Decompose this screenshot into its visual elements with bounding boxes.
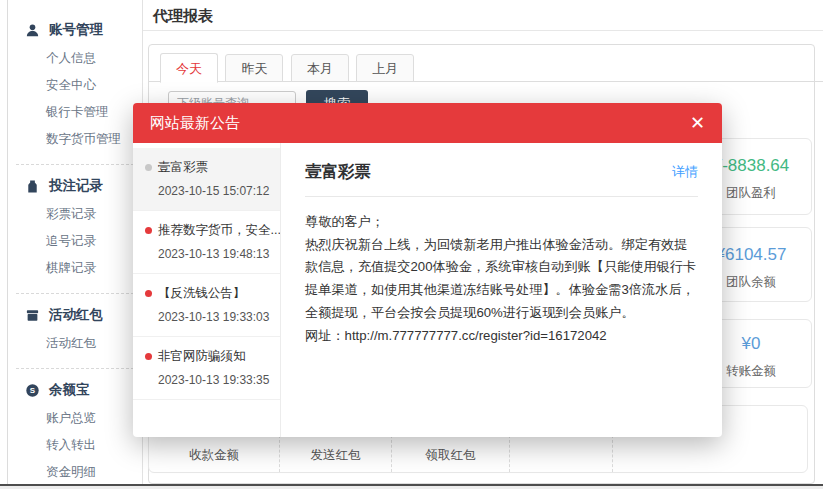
announcement-item-time: 2023-10-13 19:33:35 — [158, 373, 272, 387]
announcement-detail-title: 壹富彩票 — [305, 161, 371, 183]
sidebar-item-personal-info[interactable]: 个人信息 — [8, 45, 142, 72]
close-icon[interactable]: ✕ — [690, 114, 705, 132]
detail-line: 热烈庆祝新台上线，为回馈新老用户推出体验金活动。绑定有效提款信息，充值提交200… — [305, 234, 698, 325]
tab-yesterday[interactable]: 昨天 — [225, 54, 283, 82]
agent-report-page: 账号管理 个人信息 安全中心 银行卡管理 数字货币管理 投注记录 彩票记录 追号… — [0, 0, 823, 489]
bullet-dot-icon — [145, 164, 152, 171]
announcement-modal: 网站最新公告 ✕ 壹富彩票 2023-10-15 15:07:12 推荐数字货币… — [133, 103, 722, 437]
announcement-item-title: 非官网防骗须知 — [145, 348, 272, 365]
red-packet-icon — [25, 308, 40, 323]
sidebar-item-bank-card[interactable]: 银行卡管理 — [8, 99, 142, 126]
announcement-item[interactable]: 【反洗钱公告】 2023-10-13 19:33:03 — [133, 274, 280, 337]
detail-link[interactable]: 详情 — [672, 163, 698, 181]
stat-label: 发送红包 — [280, 447, 391, 464]
announcement-detail: 壹富彩票 详情 尊敬的客户； 热烈庆祝新台上线，为回馈新老用户推出体验金活动。绑… — [281, 143, 722, 437]
tab-last-month[interactable]: 上月 — [356, 54, 414, 82]
sidebar-group-title: 投注记录 — [49, 177, 103, 195]
bullet-dot-icon — [145, 227, 152, 234]
announcement-item-title: 推荐数字货币，安全... — [145, 222, 272, 239]
sidebar-item-transfer-in-out[interactable]: 转入转出 — [8, 432, 142, 459]
sidebar-group-title: 账号管理 — [49, 21, 103, 39]
modal-title: 网站最新公告 — [150, 114, 240, 133]
detail-line: 尊敬的客户； — [305, 211, 698, 234]
sidebar-group-account: 账号管理 个人信息 安全中心 银行卡管理 数字货币管理 — [8, 16, 142, 165]
divider — [16, 368, 134, 369]
sidebar-item-board-records[interactable]: 棋牌记录 — [8, 255, 142, 282]
announcement-detail-body: 尊敬的客户； 热烈庆祝新台上线，为回馈新老用户推出体验金活动。绑定有效提款信息，… — [305, 211, 698, 347]
bullet-dot-icon — [145, 290, 152, 297]
divider — [305, 196, 698, 197]
sidebar-item-account-overview[interactable]: 账户总览 — [8, 405, 142, 432]
sidebar-item-digital-currency[interactable]: 数字货币管理 — [8, 126, 142, 153]
yuebao-coin-icon: S — [25, 383, 40, 398]
stat-label: 领取红包 — [392, 447, 509, 464]
sidebar-item-fund-details[interactable]: 资金明细 — [8, 459, 142, 486]
sidebar-item-chase-records[interactable]: 追号记录 — [8, 228, 142, 255]
detail-line: 网址：http://m.777777777.cc/register?id=161… — [305, 325, 698, 348]
bullet-dot-icon — [145, 353, 152, 360]
announcement-item[interactable]: 非官网防骗须知 2023-10-13 19:33:35 — [133, 337, 280, 400]
user-icon — [25, 23, 40, 38]
stat-label: 收款金额 — [149, 447, 279, 464]
betting-bottle-icon — [25, 179, 40, 194]
modal-header: 网站最新公告 ✕ — [133, 103, 722, 143]
page-title: 代理报表 — [153, 7, 213, 26]
sidebar-group-red-packet: 活动红包 活动红包 — [8, 301, 142, 369]
date-range-tabs: 今天 昨天 本月 上月 — [149, 52, 823, 82]
sidebar: 账号管理 个人信息 安全中心 银行卡管理 数字货币管理 投注记录 彩票记录 追号… — [7, 0, 143, 484]
sidebar-group-header-betting[interactable]: 投注记录 — [8, 172, 142, 200]
announcement-item-time: 2023-10-15 15:07:12 — [158, 184, 272, 198]
sidebar-group-header-account[interactable]: 账号管理 — [8, 16, 142, 44]
announcement-item-title: 【反洗钱公告】 — [145, 285, 272, 302]
announcement-item-time: 2023-10-13 19:48:13 — [158, 247, 272, 261]
tab-this-month[interactable]: 本月 — [291, 54, 349, 82]
announcement-item[interactable]: 推荐数字货币，安全... 2023-10-13 19:48:13 — [133, 211, 280, 274]
modal-body: 壹富彩票 2023-10-15 15:07:12 推荐数字货币，安全... 20… — [133, 143, 722, 437]
divider — [143, 30, 823, 31]
announcement-item[interactable]: 壹富彩票 2023-10-15 15:07:12 — [133, 148, 280, 211]
tab-today[interactable]: 今天 — [160, 53, 218, 83]
sidebar-group-yuebao: S 余额宝 账户总览 转入转出 资金明细 — [8, 376, 142, 489]
announcement-list: 壹富彩票 2023-10-15 15:07:12 推荐数字货币，安全... 20… — [133, 143, 281, 437]
sidebar-group-header-red-packet[interactable]: 活动红包 — [8, 301, 142, 329]
sidebar-group-title: 活动红包 — [49, 306, 103, 324]
sidebar-group-betting: 投注记录 彩票记录 追号记录 棋牌记录 — [8, 172, 142, 294]
sidebar-group-header-yuebao[interactable]: S 余额宝 — [8, 376, 142, 404]
sidebar-item-lottery-records[interactable]: 彩票记录 — [8, 201, 142, 228]
sidebar-item-activity-red-packet[interactable]: 活动红包 — [8, 330, 142, 357]
announcement-item-title: 壹富彩票 — [145, 159, 272, 176]
announcement-item-time: 2023-10-13 19:33:03 — [158, 310, 272, 324]
sidebar-item-security-center[interactable]: 安全中心 — [8, 72, 142, 99]
sidebar-group-title: 余额宝 — [49, 381, 90, 399]
divider — [16, 293, 134, 294]
divider — [16, 164, 134, 165]
svg-text:S: S — [30, 386, 35, 395]
